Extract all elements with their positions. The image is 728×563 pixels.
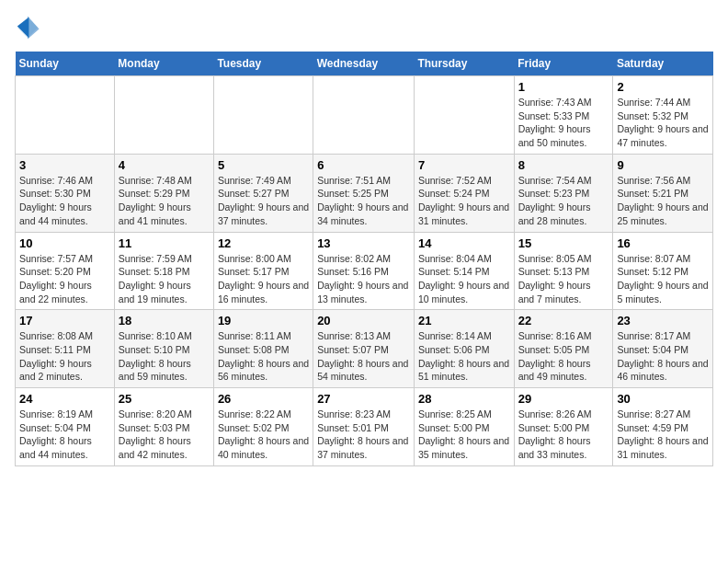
day-number: 5 — [218, 158, 309, 172]
calendar-header-thursday: Thursday — [414, 52, 514, 76]
day-number: 27 — [317, 392, 410, 406]
calendar-cell: 18Sunrise: 8:10 AM Sunset: 5:10 PM Dayli… — [114, 310, 213, 388]
day-number: 10 — [19, 236, 110, 250]
calendar-cell: 24Sunrise: 8:19 AM Sunset: 5:04 PM Dayli… — [16, 388, 115, 466]
day-info: Sunrise: 8:16 AM Sunset: 5:05 PM Dayligh… — [518, 329, 609, 384]
day-info: Sunrise: 8:19 AM Sunset: 5:04 PM Dayligh… — [19, 408, 110, 462]
day-number: 24 — [19, 392, 110, 406]
day-info: Sunrise: 7:59 AM Sunset: 5:18 PM Dayligh… — [119, 252, 210, 306]
calendar-cell: 22Sunrise: 8:16 AM Sunset: 5:05 PM Dayli… — [514, 310, 613, 388]
day-number: 13 — [317, 236, 410, 250]
day-info: Sunrise: 7:51 AM Sunset: 5:25 PM Dayligh… — [317, 174, 410, 228]
day-number: 3 — [19, 158, 110, 172]
day-info: Sunrise: 8:25 AM Sunset: 5:00 PM Dayligh… — [418, 408, 510, 462]
svg-marker-1 — [28, 16, 40, 39]
day-number: 14 — [418, 236, 510, 250]
day-number: 19 — [218, 314, 309, 327]
day-info: Sunrise: 7:54 AM Sunset: 5:23 PM Dayligh… — [518, 174, 609, 228]
day-number: 16 — [617, 236, 709, 250]
calendar-cell: 2Sunrise: 7:44 AM Sunset: 5:32 PM Daylig… — [613, 76, 713, 155]
day-number: 28 — [418, 392, 510, 406]
calendar-cell: 20Sunrise: 8:13 AM Sunset: 5:07 PM Dayli… — [313, 310, 415, 388]
calendar-header-sunday: Sunday — [16, 52, 115, 76]
calendar-cell — [414, 76, 514, 155]
day-info: Sunrise: 8:27 AM Sunset: 4:59 PM Dayligh… — [617, 408, 709, 462]
calendar-week-1: 3Sunrise: 7:46 AM Sunset: 5:30 PM Daylig… — [16, 154, 713, 232]
calendar-week-4: 24Sunrise: 8:19 AM Sunset: 5:04 PM Dayli… — [16, 388, 713, 466]
calendar-cell: 17Sunrise: 8:08 AM Sunset: 5:11 PM Dayli… — [16, 310, 115, 388]
day-number: 22 — [518, 314, 609, 327]
day-info: Sunrise: 7:48 AM Sunset: 5:29 PM Dayligh… — [119, 174, 210, 228]
day-number: 12 — [218, 236, 309, 250]
day-info: Sunrise: 8:05 AM Sunset: 5:13 PM Dayligh… — [518, 252, 609, 306]
calendar-header-wednesday: Wednesday — [313, 52, 415, 76]
day-number: 17 — [19, 314, 110, 327]
calendar-cell — [114, 76, 213, 155]
day-number: 29 — [518, 392, 609, 406]
calendar-cell: 23Sunrise: 8:17 AM Sunset: 5:04 PM Dayli… — [613, 310, 713, 388]
calendar-header-row: SundayMondayTuesdayWednesdayThursdayFrid… — [16, 52, 713, 76]
calendar-cell: 29Sunrise: 8:26 AM Sunset: 5:00 PM Dayli… — [514, 388, 613, 466]
day-number: 4 — [119, 158, 210, 172]
calendar-header-tuesday: Tuesday — [213, 52, 313, 76]
day-number: 9 — [617, 158, 709, 172]
day-number: 8 — [518, 158, 609, 172]
day-number: 20 — [317, 314, 410, 327]
day-info: Sunrise: 7:44 AM Sunset: 5:32 PM Dayligh… — [617, 96, 709, 150]
calendar-header-friday: Friday — [514, 52, 613, 76]
logo — [15, 15, 44, 40]
day-number: 23 — [617, 314, 709, 327]
logo-icon — [15, 15, 40, 40]
day-info: Sunrise: 7:46 AM Sunset: 5:30 PM Dayligh… — [19, 174, 110, 228]
svg-marker-2 — [17, 17, 29, 38]
day-info: Sunrise: 7:57 AM Sunset: 5:20 PM Dayligh… — [19, 252, 110, 306]
calendar-header-monday: Monday — [114, 52, 213, 76]
day-info: Sunrise: 7:56 AM Sunset: 5:21 PM Dayligh… — [617, 174, 709, 228]
calendar-body: 1Sunrise: 7:43 AM Sunset: 5:33 PM Daylig… — [16, 76, 713, 466]
calendar-cell: 5Sunrise: 7:49 AM Sunset: 5:27 PM Daylig… — [213, 154, 313, 232]
calendar-cell: 4Sunrise: 7:48 AM Sunset: 5:29 PM Daylig… — [114, 154, 213, 232]
day-info: Sunrise: 8:07 AM Sunset: 5:12 PM Dayligh… — [617, 252, 709, 306]
calendar-cell: 27Sunrise: 8:23 AM Sunset: 5:01 PM Dayli… — [313, 388, 415, 466]
calendar-cell: 28Sunrise: 8:25 AM Sunset: 5:00 PM Dayli… — [414, 388, 514, 466]
calendar-cell: 1Sunrise: 7:43 AM Sunset: 5:33 PM Daylig… — [514, 76, 613, 155]
day-info: Sunrise: 8:11 AM Sunset: 5:08 PM Dayligh… — [218, 329, 309, 384]
calendar-cell: 19Sunrise: 8:11 AM Sunset: 5:08 PM Dayli… — [213, 310, 313, 388]
day-info: Sunrise: 8:00 AM Sunset: 5:17 PM Dayligh… — [218, 252, 309, 306]
calendar-cell: 30Sunrise: 8:27 AM Sunset: 4:59 PM Dayli… — [613, 388, 713, 466]
calendar-cell — [16, 76, 115, 155]
day-info: Sunrise: 7:52 AM Sunset: 5:24 PM Dayligh… — [418, 174, 510, 228]
page-header — [15, 15, 713, 40]
calendar-week-2: 10Sunrise: 7:57 AM Sunset: 5:20 PM Dayli… — [16, 232, 713, 310]
calendar-cell: 25Sunrise: 8:20 AM Sunset: 5:03 PM Dayli… — [114, 388, 213, 466]
day-info: Sunrise: 8:02 AM Sunset: 5:16 PM Dayligh… — [317, 252, 410, 306]
calendar-cell: 21Sunrise: 8:14 AM Sunset: 5:06 PM Dayli… — [414, 310, 514, 388]
calendar-cell — [313, 76, 415, 155]
calendar-cell: 7Sunrise: 7:52 AM Sunset: 5:24 PM Daylig… — [414, 154, 514, 232]
day-number: 18 — [119, 314, 210, 327]
day-info: Sunrise: 8:26 AM Sunset: 5:00 PM Dayligh… — [518, 408, 609, 462]
day-info: Sunrise: 8:23 AM Sunset: 5:01 PM Dayligh… — [317, 408, 410, 462]
day-info: Sunrise: 8:22 AM Sunset: 5:02 PM Dayligh… — [218, 408, 309, 462]
calendar-week-3: 17Sunrise: 8:08 AM Sunset: 5:11 PM Dayli… — [16, 310, 713, 388]
day-number: 15 — [518, 236, 609, 250]
day-number: 7 — [418, 158, 510, 172]
calendar-cell: 14Sunrise: 8:04 AM Sunset: 5:14 PM Dayli… — [414, 232, 514, 310]
calendar-cell: 16Sunrise: 8:07 AM Sunset: 5:12 PM Dayli… — [613, 232, 713, 310]
day-info: Sunrise: 8:20 AM Sunset: 5:03 PM Dayligh… — [119, 408, 210, 462]
day-info: Sunrise: 7:49 AM Sunset: 5:27 PM Dayligh… — [218, 174, 309, 228]
day-info: Sunrise: 8:04 AM Sunset: 5:14 PM Dayligh… — [418, 252, 510, 306]
calendar-cell: 3Sunrise: 7:46 AM Sunset: 5:30 PM Daylig… — [16, 154, 115, 232]
calendar-cell: 10Sunrise: 7:57 AM Sunset: 5:20 PM Dayli… — [16, 232, 115, 310]
day-number: 11 — [119, 236, 210, 250]
day-info: Sunrise: 8:13 AM Sunset: 5:07 PM Dayligh… — [317, 329, 410, 384]
day-number: 6 — [317, 158, 410, 172]
day-number: 26 — [218, 392, 309, 406]
day-info: Sunrise: 7:43 AM Sunset: 5:33 PM Dayligh… — [518, 96, 609, 150]
calendar-cell — [213, 76, 313, 155]
day-number: 21 — [418, 314, 510, 327]
day-number: 30 — [617, 392, 709, 406]
calendar-cell: 13Sunrise: 8:02 AM Sunset: 5:16 PM Dayli… — [313, 232, 415, 310]
day-info: Sunrise: 8:17 AM Sunset: 5:04 PM Dayligh… — [617, 329, 709, 384]
calendar-cell: 9Sunrise: 7:56 AM Sunset: 5:21 PM Daylig… — [613, 154, 713, 232]
